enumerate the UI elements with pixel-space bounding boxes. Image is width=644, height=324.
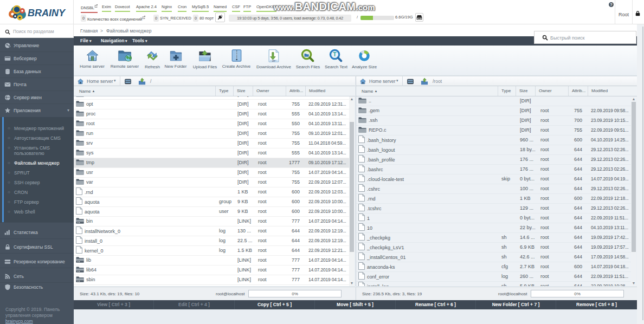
svg-text:T: T	[333, 51, 337, 57]
svg-text:BRAINY: BRAINY	[28, 8, 66, 18]
svg-text:ZIP: ZIP	[272, 60, 276, 62]
